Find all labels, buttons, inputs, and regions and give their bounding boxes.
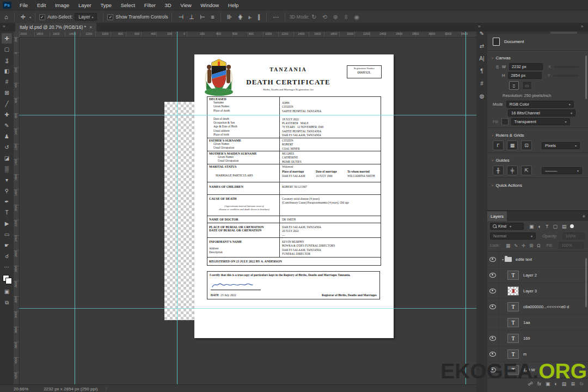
mode-dropdown[interactable]: RGB Color▾ <box>506 101 574 108</box>
ruler-grid-toggle[interactable]: Γ <box>493 140 504 150</box>
ruler-grid-toggle[interactable]: ⊡ <box>521 140 532 150</box>
layer-row[interactable]: ▾ T 169 <box>487 330 588 346</box>
tool-button[interactable]: ▶ <box>2 218 12 229</box>
panel-icon[interactable]: ◍ <box>480 93 485 99</box>
menu-item[interactable]: Select <box>117 2 139 8</box>
layer-filter-icon[interactable]: ◐ <box>538 224 541 229</box>
link-dimensions-icon[interactable]: 8 <box>496 64 499 70</box>
tool-button[interactable]: ▢ <box>2 44 12 54</box>
tool-button[interactable]: ⊠ <box>2 88 12 98</box>
color-swatches[interactable] <box>3 275 11 284</box>
fill-swatch[interactable] <box>501 118 509 125</box>
tool-button[interactable]: ↺ <box>2 142 12 152</box>
collapse-toolbar-icon[interactable]: » <box>3 24 5 29</box>
tool-button[interactable]: ☛ <box>2 240 12 250</box>
fill-dropdown[interactable]: Transparent▾ <box>511 118 570 125</box>
menu-item[interactable]: Layer <box>75 2 95 8</box>
visibility-toggle[interactable] <box>487 283 499 298</box>
guide-vertical[interactable] <box>75 32 75 384</box>
status-caret-icon[interactable]: 〉 <box>105 386 109 392</box>
guide-vertical[interactable] <box>177 32 177 384</box>
document-page[interactable]: TANZANIA DEATH CERTIFICATE Births, Death… <box>194 54 394 338</box>
auto-select-dropdown[interactable]: Layer▾ <box>75 13 97 21</box>
tool-button[interactable]: ◪ <box>2 153 12 163</box>
visibility-toggle[interactable] <box>487 330 499 346</box>
tool-button[interactable]: ╱ <box>2 99 12 109</box>
chevron-down-icon[interactable]: ▾ <box>29 15 31 19</box>
align-icon[interactable]: ⊥ <box>189 14 194 20</box>
menu-item[interactable]: Filter <box>140 2 160 8</box>
layer-name[interactable]: c8a000000...<<<<<<e0 d <box>523 304 569 309</box>
tool-button[interactable]: ✒ <box>2 197 12 207</box>
expand-caret-icon[interactable]: ▾ <box>502 258 504 261</box>
panel-icon[interactable]: ¶ <box>480 68 483 74</box>
layer-name[interactable]: Layer 3 <box>523 289 537 293</box>
ruler-units-dropdown[interactable]: Pixels▾ <box>542 142 580 149</box>
collapse-panels-icon[interactable]: » <box>581 24 583 29</box>
text-layer-thumbnail[interactable]: T <box>507 318 519 327</box>
distribute-icon[interactable]: ∥ <box>258 14 261 20</box>
layer-row[interactable]: ▾ T 1aa <box>487 315 588 330</box>
guide-toggle[interactable]: ╫ <box>493 166 504 175</box>
tool-button[interactable]: ✎ <box>2 120 12 131</box>
filter-toggle-icon[interactable] <box>570 224 574 228</box>
photoshop-logo[interactable]: Ps <box>3 2 11 9</box>
tool-button[interactable]: # <box>2 77 12 87</box>
menu-item[interactable]: 3D <box>161 2 175 8</box>
layer-filter-icon[interactable]: ▣ <box>529 224 534 229</box>
move-tool-icon[interactable]: ✛ <box>21 14 26 21</box>
quick-actions-section-header[interactable]: ˅Quick Actions <box>487 180 588 189</box>
menu-item[interactable]: Type <box>96 2 115 8</box>
menu-item[interactable]: Window <box>197 2 223 8</box>
panel-icon[interactable]: ⇄ <box>480 43 484 49</box>
text-layer-thumbnail[interactable]: T <box>507 302 519 311</box>
tool-button[interactable]: T <box>2 207 12 218</box>
lock-icon[interactable]: ⊞ <box>529 243 533 248</box>
tool-button[interactable]: ✚ <box>2 109 12 120</box>
tool-button[interactable]: ☌ <box>2 251 12 261</box>
bit-depth-dropdown[interactable]: 16 Bits/Channel▾ <box>508 109 575 117</box>
home-icon[interactable]: ⌂ <box>4 14 8 20</box>
lock-icon[interactable]: ▦ <box>506 243 510 248</box>
guide-toggle[interactable]: ╪ <box>507 166 518 175</box>
tool-button[interactable]: ♟ <box>2 131 12 142</box>
layer-name[interactable]: 1aa <box>523 320 530 325</box>
text-layer-thumbnail[interactable]: T <box>507 334 519 343</box>
layer-name[interactable]: m <box>523 352 526 357</box>
layer-filter-icon[interactable]: ▤ <box>562 224 567 229</box>
fill-field[interactable]: 100% <box>559 242 584 249</box>
rulers-grids-section-header[interactable]: ˅Rulers & Grids <box>487 130 588 139</box>
document-tab[interactable]: Italy id.psd @ 20.7% (RGB/16) * × <box>15 23 96 32</box>
ruler-grid-toggle[interactable]: ▦ <box>507 140 518 150</box>
panel-menu-icon[interactable]: ≡ <box>583 214 585 219</box>
layer-filter-icon[interactable]: ▢ <box>553 224 558 229</box>
layer-name[interactable]: 169 <box>523 336 530 341</box>
layer-row[interactable]: ▾ T Layer 2 <box>487 267 588 283</box>
visibility-toggle[interactable] <box>487 299 499 314</box>
tab-layers[interactable]: Layers <box>487 211 507 221</box>
zoom-level-field[interactable]: 20.66% <box>14 387 28 391</box>
guide-horizontal[interactable] <box>19 115 476 115</box>
auto-select-checkbox[interactable]: ✓ <box>39 14 45 20</box>
width-field[interactable]: 2232 px <box>509 63 543 70</box>
layer-row[interactable]: ▾ T c8a000000...<<<<<<e0 d <box>487 299 588 315</box>
align-icon[interactable]: ⊢ <box>200 14 205 20</box>
guide-toggle[interactable]: ⇱ <box>521 166 532 175</box>
guides-section-header[interactable]: ˅Guides <box>487 155 588 164</box>
panel-icon[interactable]: # <box>480 81 483 87</box>
screen-mode-button[interactable]: ⧉ <box>2 297 12 308</box>
tool-button[interactable]: ⚲ <box>2 186 12 196</box>
layer-name[interactable]: Layer 2 <box>523 273 537 278</box>
distribute-icon[interactable]: ⫦ <box>248 14 252 20</box>
scrollbar[interactable] <box>585 56 587 99</box>
tool-button[interactable]: ✛ <box>2 33 12 44</box>
text-layer-thumbnail[interactable]: T <box>507 271 519 280</box>
layer-filter-icon[interactable]: T <box>546 224 549 229</box>
text-layer-thumbnail[interactable]: T <box>507 350 519 359</box>
tool-button[interactable]: ▒ <box>2 164 12 174</box>
scrollbar[interactable] <box>585 258 587 307</box>
visibility-toggle[interactable] <box>487 267 499 283</box>
menu-item[interactable]: Edit <box>33 2 50 8</box>
menu-item[interactable]: File <box>16 2 32 8</box>
quick-mask-button[interactable]: ▣ <box>2 286 12 297</box>
